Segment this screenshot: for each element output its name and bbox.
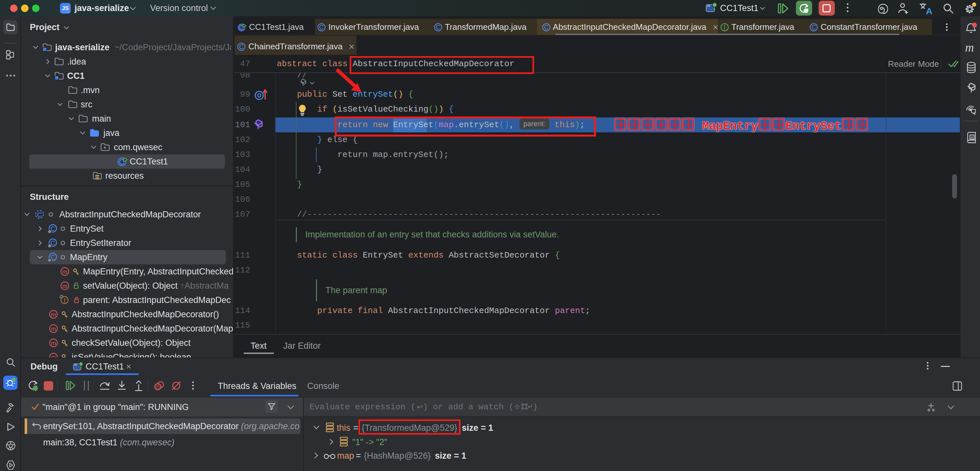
svg-text:A: A bbox=[971, 135, 974, 139]
svg-text:A: A bbox=[926, 6, 932, 14]
svg-text:I: I bbox=[724, 24, 725, 31]
